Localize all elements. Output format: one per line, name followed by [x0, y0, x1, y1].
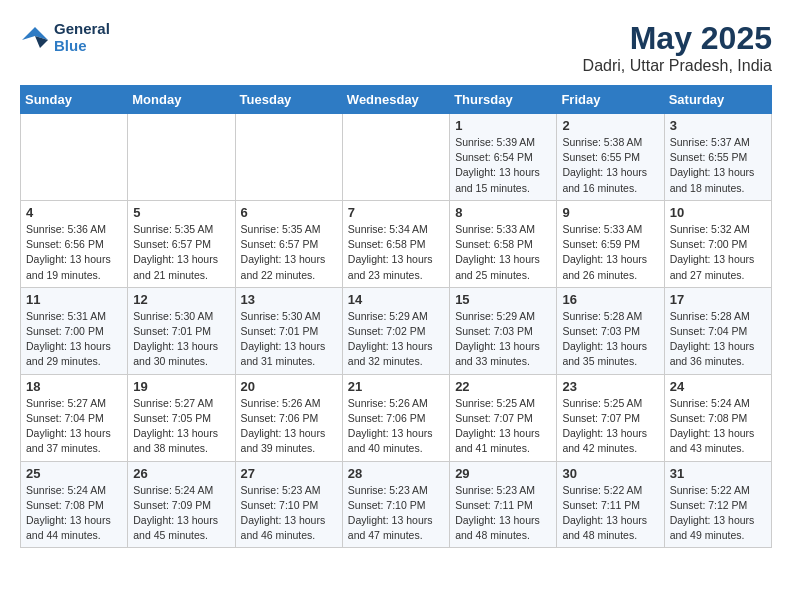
calendar-cell: 6Sunrise: 5:35 AM Sunset: 6:57 PM Daylig… [235, 200, 342, 287]
day-number: 15 [455, 292, 551, 307]
day-info: Sunrise: 5:33 AM Sunset: 6:59 PM Dayligh… [562, 222, 658, 283]
weekday-header-tuesday: Tuesday [235, 86, 342, 114]
weekday-header-row: SundayMondayTuesdayWednesdayThursdayFrid… [21, 86, 772, 114]
day-info: Sunrise: 5:23 AM Sunset: 7:10 PM Dayligh… [348, 483, 444, 544]
calendar-cell: 12Sunrise: 5:30 AM Sunset: 7:01 PM Dayli… [128, 287, 235, 374]
day-number: 23 [562, 379, 658, 394]
day-number: 29 [455, 466, 551, 481]
calendar-cell: 11Sunrise: 5:31 AM Sunset: 7:00 PM Dayli… [21, 287, 128, 374]
calendar-cell: 14Sunrise: 5:29 AM Sunset: 7:02 PM Dayli… [342, 287, 449, 374]
day-info: Sunrise: 5:35 AM Sunset: 6:57 PM Dayligh… [241, 222, 337, 283]
day-number: 3 [670, 118, 766, 133]
day-number: 2 [562, 118, 658, 133]
day-info: Sunrise: 5:23 AM Sunset: 7:11 PM Dayligh… [455, 483, 551, 544]
day-number: 10 [670, 205, 766, 220]
calendar-cell: 9Sunrise: 5:33 AM Sunset: 6:59 PM Daylig… [557, 200, 664, 287]
calendar-cell: 5Sunrise: 5:35 AM Sunset: 6:57 PM Daylig… [128, 200, 235, 287]
day-number: 25 [26, 466, 122, 481]
day-number: 22 [455, 379, 551, 394]
logo-text: General Blue [54, 20, 110, 54]
day-number: 13 [241, 292, 337, 307]
calendar-cell: 7Sunrise: 5:34 AM Sunset: 6:58 PM Daylig… [342, 200, 449, 287]
day-number: 4 [26, 205, 122, 220]
calendar-week-1: 1Sunrise: 5:39 AM Sunset: 6:54 PM Daylig… [21, 114, 772, 201]
calendar-cell: 21Sunrise: 5:26 AM Sunset: 7:06 PM Dayli… [342, 374, 449, 461]
day-number: 12 [133, 292, 229, 307]
calendar-cell: 31Sunrise: 5:22 AM Sunset: 7:12 PM Dayli… [664, 461, 771, 548]
calendar-cell: 16Sunrise: 5:28 AM Sunset: 7:03 PM Dayli… [557, 287, 664, 374]
day-info: Sunrise: 5:34 AM Sunset: 6:58 PM Dayligh… [348, 222, 444, 283]
day-info: Sunrise: 5:26 AM Sunset: 7:06 PM Dayligh… [241, 396, 337, 457]
day-number: 9 [562, 205, 658, 220]
calendar-cell: 10Sunrise: 5:32 AM Sunset: 7:00 PM Dayli… [664, 200, 771, 287]
day-info: Sunrise: 5:27 AM Sunset: 7:05 PM Dayligh… [133, 396, 229, 457]
calendar-cell: 3Sunrise: 5:37 AM Sunset: 6:55 PM Daylig… [664, 114, 771, 201]
calendar-table: SundayMondayTuesdayWednesdayThursdayFrid… [20, 85, 772, 548]
day-number: 8 [455, 205, 551, 220]
calendar-cell [128, 114, 235, 201]
calendar-cell: 27Sunrise: 5:23 AM Sunset: 7:10 PM Dayli… [235, 461, 342, 548]
day-number: 24 [670, 379, 766, 394]
day-number: 17 [670, 292, 766, 307]
calendar-cell: 20Sunrise: 5:26 AM Sunset: 7:06 PM Dayli… [235, 374, 342, 461]
day-info: Sunrise: 5:27 AM Sunset: 7:04 PM Dayligh… [26, 396, 122, 457]
weekday-header-monday: Monday [128, 86, 235, 114]
calendar-cell: 4Sunrise: 5:36 AM Sunset: 6:56 PM Daylig… [21, 200, 128, 287]
day-number: 5 [133, 205, 229, 220]
calendar-cell: 26Sunrise: 5:24 AM Sunset: 7:09 PM Dayli… [128, 461, 235, 548]
day-info: Sunrise: 5:35 AM Sunset: 6:57 PM Dayligh… [133, 222, 229, 283]
day-info: Sunrise: 5:22 AM Sunset: 7:12 PM Dayligh… [670, 483, 766, 544]
day-info: Sunrise: 5:29 AM Sunset: 7:02 PM Dayligh… [348, 309, 444, 370]
day-info: Sunrise: 5:28 AM Sunset: 7:03 PM Dayligh… [562, 309, 658, 370]
day-info: Sunrise: 5:24 AM Sunset: 7:08 PM Dayligh… [670, 396, 766, 457]
day-number: 21 [348, 379, 444, 394]
calendar-cell: 30Sunrise: 5:22 AM Sunset: 7:11 PM Dayli… [557, 461, 664, 548]
calendar-week-3: 11Sunrise: 5:31 AM Sunset: 7:00 PM Dayli… [21, 287, 772, 374]
weekday-header-thursday: Thursday [450, 86, 557, 114]
day-info: Sunrise: 5:30 AM Sunset: 7:01 PM Dayligh… [133, 309, 229, 370]
calendar-cell: 18Sunrise: 5:27 AM Sunset: 7:04 PM Dayli… [21, 374, 128, 461]
calendar-cell: 17Sunrise: 5:28 AM Sunset: 7:04 PM Dayli… [664, 287, 771, 374]
calendar-cell: 24Sunrise: 5:24 AM Sunset: 7:08 PM Dayli… [664, 374, 771, 461]
day-info: Sunrise: 5:33 AM Sunset: 6:58 PM Dayligh… [455, 222, 551, 283]
day-info: Sunrise: 5:39 AM Sunset: 6:54 PM Dayligh… [455, 135, 551, 196]
weekday-header-wednesday: Wednesday [342, 86, 449, 114]
day-info: Sunrise: 5:22 AM Sunset: 7:11 PM Dayligh… [562, 483, 658, 544]
month-title: May 2025 [583, 20, 772, 57]
day-info: Sunrise: 5:29 AM Sunset: 7:03 PM Dayligh… [455, 309, 551, 370]
calendar-cell: 28Sunrise: 5:23 AM Sunset: 7:10 PM Dayli… [342, 461, 449, 548]
day-info: Sunrise: 5:37 AM Sunset: 6:55 PM Dayligh… [670, 135, 766, 196]
calendar-week-5: 25Sunrise: 5:24 AM Sunset: 7:08 PM Dayli… [21, 461, 772, 548]
weekday-header-saturday: Saturday [664, 86, 771, 114]
day-number: 20 [241, 379, 337, 394]
day-number: 26 [133, 466, 229, 481]
header: General Blue May 2025 Dadri, Uttar Prade… [20, 20, 772, 75]
calendar-cell: 25Sunrise: 5:24 AM Sunset: 7:08 PM Dayli… [21, 461, 128, 548]
calendar-cell: 19Sunrise: 5:27 AM Sunset: 7:05 PM Dayli… [128, 374, 235, 461]
day-info: Sunrise: 5:28 AM Sunset: 7:04 PM Dayligh… [670, 309, 766, 370]
title-area: May 2025 Dadri, Uttar Pradesh, India [583, 20, 772, 75]
calendar-cell: 1Sunrise: 5:39 AM Sunset: 6:54 PM Daylig… [450, 114, 557, 201]
weekday-header-sunday: Sunday [21, 86, 128, 114]
weekday-header-friday: Friday [557, 86, 664, 114]
svg-marker-0 [22, 27, 48, 40]
day-info: Sunrise: 5:25 AM Sunset: 7:07 PM Dayligh… [455, 396, 551, 457]
calendar-cell [21, 114, 128, 201]
day-info: Sunrise: 5:30 AM Sunset: 7:01 PM Dayligh… [241, 309, 337, 370]
day-info: Sunrise: 5:38 AM Sunset: 6:55 PM Dayligh… [562, 135, 658, 196]
logo: General Blue [20, 20, 110, 54]
day-info: Sunrise: 5:23 AM Sunset: 7:10 PM Dayligh… [241, 483, 337, 544]
day-info: Sunrise: 5:24 AM Sunset: 7:09 PM Dayligh… [133, 483, 229, 544]
day-info: Sunrise: 5:32 AM Sunset: 7:00 PM Dayligh… [670, 222, 766, 283]
calendar-cell: 15Sunrise: 5:29 AM Sunset: 7:03 PM Dayli… [450, 287, 557, 374]
day-number: 11 [26, 292, 122, 307]
day-number: 31 [670, 466, 766, 481]
calendar-cell: 13Sunrise: 5:30 AM Sunset: 7:01 PM Dayli… [235, 287, 342, 374]
calendar-week-4: 18Sunrise: 5:27 AM Sunset: 7:04 PM Dayli… [21, 374, 772, 461]
calendar-cell: 29Sunrise: 5:23 AM Sunset: 7:11 PM Dayli… [450, 461, 557, 548]
day-info: Sunrise: 5:25 AM Sunset: 7:07 PM Dayligh… [562, 396, 658, 457]
calendar-cell: 2Sunrise: 5:38 AM Sunset: 6:55 PM Daylig… [557, 114, 664, 201]
day-number: 30 [562, 466, 658, 481]
location-title: Dadri, Uttar Pradesh, India [583, 57, 772, 75]
day-number: 19 [133, 379, 229, 394]
